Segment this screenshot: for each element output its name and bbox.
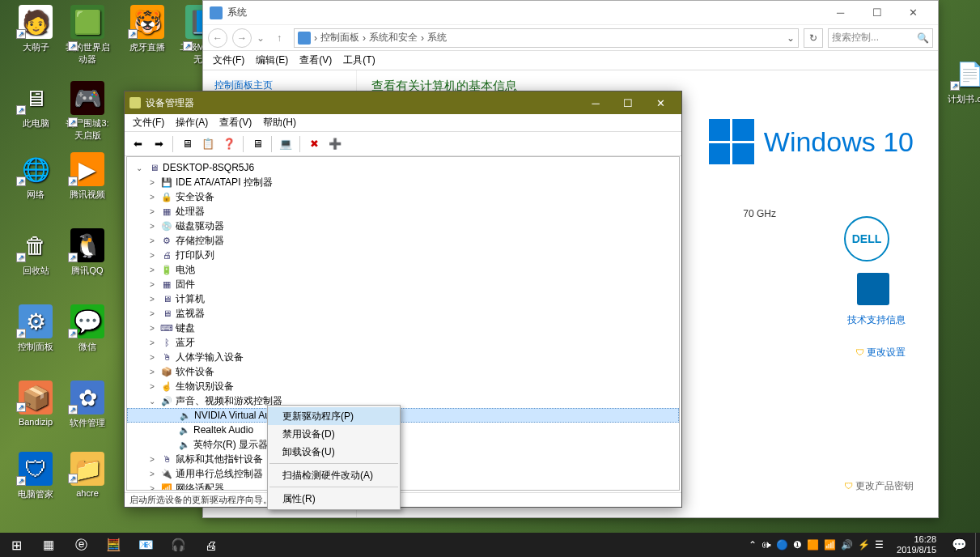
crumb[interactable]: 控制面板 [320, 31, 359, 45]
desktop-icon[interactable]: 🖥↗此电脑 [11, 81, 60, 130]
dm-maximize-button[interactable]: ☐ [612, 92, 644, 114]
addr-dropdown[interactable]: ⌄ [787, 32, 795, 44]
tree-node[interactable]: 🔈英特尔(R) 显示器音 [127, 437, 679, 452]
tray-icon[interactable]: 🔵 [776, 539, 788, 551]
tree-node[interactable]: >💾IDE ATA/ATAPI 控制器 [127, 175, 679, 189]
taskbar-button[interactable]: 🧮 [97, 533, 129, 557]
taskbar-button[interactable]: 🖨 [194, 533, 227, 557]
tree-node[interactable]: >🔋电池 [127, 262, 679, 277]
system-titlebar[interactable]: 系统 ─ ☐ ✕ [203, 1, 938, 25]
menu-item[interactable]: 查看(V) [219, 116, 252, 130]
expand-icon[interactable]: > [146, 324, 158, 333]
context-menu-item[interactable]: 卸载设备(U) [268, 443, 400, 461]
dm-titlebar[interactable]: 设备管理器 ─ ☐ ✕ [125, 91, 681, 114]
show-desktop-button[interactable] [975, 533, 980, 557]
expand-icon[interactable]: > [146, 280, 158, 289]
menu-item[interactable]: 文件(F) [133, 116, 164, 130]
device-tree[interactable]: ⌄🖥DESKTOP-8SQR5J6>💾IDE ATA/ATAPI 控制器>🔒安全… [126, 156, 680, 491]
expand-icon[interactable]: > [146, 470, 158, 478]
nav-up[interactable]: ↑ [269, 28, 289, 48]
tree-node[interactable]: >🔒安全设备 [127, 189, 679, 204]
start-button[interactable]: ⊞ [0, 533, 32, 557]
toolbar-button[interactable]: 💻 [276, 134, 295, 154]
menu-item[interactable]: 操作(A) [176, 116, 208, 130]
taskbar-clock[interactable]: 16:28 2019/8/15 [890, 534, 943, 555]
tray-icon[interactable]: ❶ [793, 539, 802, 551]
tree-node[interactable]: 🔈Realtek Audio [127, 423, 679, 437]
desktop-icon[interactable]: ✿↗软件管理 [63, 381, 112, 429]
tree-node[interactable]: ⌄🔊声音、视频和游戏控制器 [127, 393, 679, 408]
menu-item[interactable]: 帮助(H) [263, 116, 296, 130]
tech-support-link[interactable]: 技术支持信息 [847, 313, 906, 327]
desktop-icon[interactable]: 🛡↗电脑管家 [11, 452, 60, 500]
desktop-icon[interactable]: 🌐↗网络 [11, 152, 60, 201]
tree-node[interactable]: >🖱人体学输入设备 [127, 350, 679, 364]
expand-icon[interactable]: > [146, 484, 158, 491]
toolbar-button[interactable]: 📋 [198, 134, 218, 154]
desktop-icon[interactable]: 📁↗ahcre [63, 452, 112, 498]
search-box[interactable]: 搜索控制... 🔍 [828, 28, 933, 48]
tray-icon[interactable]: 📶 [824, 539, 836, 551]
desktop-icon[interactable]: 🧑↗大萌子 [11, 5, 60, 53]
nav-forward[interactable]: → [232, 28, 252, 48]
crumb[interactable]: 系统 [427, 31, 447, 45]
tree-node[interactable]: >☝生物识别设备 [127, 379, 679, 393]
expand-icon[interactable]: > [146, 236, 158, 245]
taskbar-button[interactable]: 📧 [129, 533, 162, 557]
toolbar-button[interactable]: 🖥 [177, 134, 197, 154]
desktop-icon[interactable]: 📄↗计划书.ocx [945, 57, 980, 105]
nav-dropdown[interactable]: ⌄ [257, 32, 265, 44]
expand-icon[interactable]: ⌄ [146, 397, 158, 406]
tree-node[interactable]: >🖥监视器 [127, 306, 679, 321]
toolbar-button[interactable]: 🖥 [248, 134, 267, 154]
tree-node[interactable]: >🔌通用串行总线控制器 [127, 466, 679, 481]
menu-item[interactable]: 工具(T) [343, 53, 375, 67]
tray-icon[interactable]: 🕪 [762, 539, 771, 551]
refresh-button[interactable]: ↻ [804, 28, 823, 48]
breadcrumbs[interactable]: › 控制面板› 系统和安全› 系统 ⌄ [294, 28, 799, 48]
taskbar-button[interactable]: ⓔ [65, 533, 97, 557]
desktop-icon[interactable]: ▶↗腾讯视频 [63, 152, 112, 201]
tray-icon[interactable]: 🔊 [841, 539, 853, 551]
expand-icon[interactable]: > [146, 368, 158, 376]
action-center-button[interactable]: 💬 [943, 533, 975, 557]
crumb[interactable]: 系统和安全 [369, 31, 418, 45]
desktop-icon[interactable]: 🎮↗丧尸围城3:天启版 [63, 81, 112, 142]
tray-icon[interactable]: 🟧 [807, 539, 819, 551]
toolbar-button[interactable]: ➕ [325, 134, 345, 154]
tree-node[interactable]: >▦处理器 [127, 204, 679, 219]
tree-node[interactable]: >⚙存储控制器 [127, 233, 679, 248]
menu-item[interactable]: 查看(V) [299, 53, 332, 67]
expand-icon[interactable]: > [146, 193, 158, 202]
expand-icon[interactable]: > [146, 338, 158, 347]
expand-icon[interactable]: ⌄ [134, 164, 145, 172]
close-button[interactable]: ✕ [895, 1, 931, 24]
desktop-icon[interactable]: ⚙↗控制面板 [11, 304, 60, 353]
desktop-icon[interactable]: 🗑↗回收站 [11, 228, 60, 277]
tree-node[interactable]: >ᛒ蓝牙 [127, 335, 679, 350]
tray-icon[interactable]: ☰ [875, 539, 884, 551]
tree-node[interactable]: 🔈NVIDIA Virtual Aud [127, 408, 679, 423]
expand-icon[interactable]: > [146, 266, 158, 274]
tree-node[interactable]: >▦固件 [127, 277, 679, 291]
change-product-key-link[interactable]: 更改产品密钥 [844, 479, 914, 493]
tree-node[interactable]: >🖨打印队列 [127, 248, 679, 262]
context-menu-item[interactable]: 扫描检测硬件改动(A) [268, 466, 400, 484]
nav-back[interactable]: ← [208, 28, 227, 48]
dm-minimize-button[interactable]: ─ [579, 92, 612, 114]
desktop-icon[interactable]: 💬↗微信 [63, 304, 112, 353]
expand-icon[interactable]: > [146, 353, 158, 362]
context-menu-item[interactable]: 禁用设备(D) [268, 425, 400, 443]
change-settings-link[interactable]: 更改设置 [855, 346, 906, 359]
toolbar-button[interactable]: ❓ [219, 134, 239, 154]
toolbar-button[interactable]: ✖ [304, 134, 324, 154]
taskbar-button[interactable]: 🎧 [162, 533, 194, 557]
expand-icon[interactable]: > [146, 309, 158, 318]
expand-icon[interactable]: > [146, 222, 158, 231]
expand-icon[interactable]: > [146, 207, 158, 216]
expand-icon[interactable]: > [146, 455, 158, 464]
menu-item[interactable]: 文件(F) [213, 53, 244, 67]
context-menu-item[interactable]: 更新驱动程序(P) [268, 407, 400, 425]
expand-icon[interactable]: > [146, 178, 158, 187]
tree-node[interactable]: >📶网络适配器 [127, 481, 679, 491]
